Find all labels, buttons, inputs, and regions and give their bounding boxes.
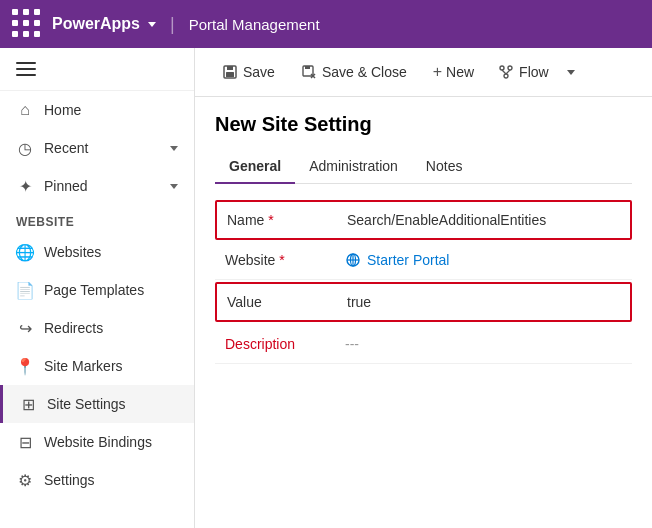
- sidebar-item-page-templates[interactable]: 📄 Page Templates: [0, 271, 194, 309]
- brand-name[interactable]: PowerApps: [52, 15, 156, 33]
- name-required-indicator: *: [268, 212, 273, 228]
- hamburger-icon[interactable]: [16, 62, 36, 76]
- sidebar-item-label: Site Markers: [44, 358, 178, 374]
- svg-rect-2: [226, 72, 234, 77]
- plus-icon: +: [433, 63, 442, 81]
- flow-group: Flow: [489, 57, 582, 87]
- form: Name* Search/EnableAdditionalEntities We…: [215, 200, 632, 364]
- sidebar-item-pinned[interactable]: ✦ Pinned: [0, 167, 194, 205]
- chevron-down-icon: [170, 184, 178, 189]
- flow-button[interactable]: Flow: [490, 58, 557, 86]
- sidebar-item-label: Redirects: [44, 320, 178, 336]
- save-label: Save: [243, 64, 275, 80]
- sidebar-item-label: Websites: [44, 244, 178, 260]
- svg-point-9: [504, 74, 508, 78]
- sidebar-item-label: Page Templates: [44, 282, 178, 298]
- svg-point-7: [500, 66, 504, 70]
- website-link-text: Starter Portal: [367, 252, 449, 268]
- value-label: Value: [217, 286, 337, 318]
- portal-label: Portal Management: [189, 16, 320, 33]
- website-required-indicator: *: [279, 252, 284, 268]
- save-close-button[interactable]: Save & Close: [290, 57, 418, 87]
- sidebar-section-website: Website: [0, 205, 194, 233]
- sidebar-item-website-bindings[interactable]: ⊟ Website Bindings: [0, 423, 194, 461]
- form-row-name: Name* Search/EnableAdditionalEntities: [215, 200, 632, 240]
- chevron-down-icon: [567, 70, 575, 75]
- sidebar: ⌂ Home ◷ Recent ✦ Pinned Website 🌐 Websi…: [0, 48, 195, 528]
- new-label: New: [446, 64, 474, 80]
- sidebar-item-label: Pinned: [44, 178, 160, 194]
- sidebar-item-label: Home: [44, 102, 178, 118]
- flow-chevron-button[interactable]: [557, 59, 581, 86]
- globe-icon: 🌐: [16, 243, 34, 261]
- save-icon: [222, 64, 238, 80]
- toolbar: Save Save & Close + New: [195, 48, 652, 97]
- sidebar-header[interactable]: [0, 48, 194, 91]
- description-label: Description: [215, 328, 335, 360]
- new-button[interactable]: + New: [422, 56, 485, 88]
- page-content: New Site Setting General Administration …: [195, 97, 652, 528]
- home-icon: ⌂: [16, 101, 34, 119]
- redirect-icon: ↪: [16, 319, 34, 337]
- sidebar-item-websites[interactable]: 🌐 Websites: [0, 233, 194, 271]
- sidebar-item-settings[interactable]: ⚙ Settings: [0, 461, 194, 499]
- flow-icon: [498, 64, 514, 80]
- name-value: Search/EnableAdditionalEntities: [337, 204, 630, 236]
- save-close-icon: [301, 64, 317, 80]
- svg-rect-1: [227, 66, 233, 70]
- top-nav: PowerApps | Portal Management: [0, 0, 652, 48]
- nav-divider: |: [170, 14, 175, 35]
- settings-grid-icon: ⊞: [19, 395, 37, 413]
- tab-general[interactable]: General: [215, 150, 295, 184]
- main-layout: ⌂ Home ◷ Recent ✦ Pinned Website 🌐 Websi…: [0, 48, 652, 528]
- value-input[interactable]: [347, 294, 427, 310]
- save-button[interactable]: Save: [211, 57, 286, 87]
- chevron-down-icon: [170, 146, 178, 151]
- sidebar-item-label: Site Settings: [47, 396, 178, 412]
- svg-line-11: [506, 70, 510, 74]
- pin-icon: ✦: [16, 177, 34, 195]
- website-value[interactable]: Starter Portal: [335, 244, 632, 276]
- gear-icon: ⚙: [16, 471, 34, 489]
- page-title: New Site Setting: [215, 113, 632, 136]
- form-row-value: Value: [215, 282, 632, 322]
- sidebar-item-label: Settings: [44, 472, 178, 488]
- sidebar-item-redirects[interactable]: ↪ Redirects: [0, 309, 194, 347]
- tab-notes[interactable]: Notes: [412, 150, 477, 184]
- page-icon: 📄: [16, 281, 34, 299]
- value-cell: [337, 286, 630, 318]
- sidebar-item-site-markers[interactable]: 📍 Site Markers: [0, 347, 194, 385]
- name-label: Name*: [217, 204, 337, 236]
- sidebar-item-recent[interactable]: ◷ Recent: [0, 129, 194, 167]
- sidebar-item-home[interactable]: ⌂ Home: [0, 91, 194, 129]
- description-value: ---: [335, 328, 632, 360]
- brand-chevron-icon[interactable]: [148, 22, 156, 27]
- sidebar-item-label: Recent: [44, 140, 160, 156]
- svg-point-8: [508, 66, 512, 70]
- marker-icon: 📍: [16, 357, 34, 375]
- globe-icon: [345, 252, 361, 268]
- form-row-website: Website* Starter Portal: [215, 240, 632, 280]
- sidebar-item-label: Website Bindings: [44, 434, 178, 450]
- flow-label: Flow: [519, 64, 549, 80]
- tab-administration[interactable]: Administration: [295, 150, 412, 184]
- svg-line-10: [502, 70, 506, 74]
- content-area: Save Save & Close + New: [195, 48, 652, 528]
- sidebar-item-site-settings[interactable]: ⊞ Site Settings: [0, 385, 194, 423]
- svg-rect-4: [305, 66, 310, 69]
- clock-icon: ◷: [16, 139, 34, 157]
- save-close-label: Save & Close: [322, 64, 407, 80]
- website-label: Website*: [215, 244, 335, 276]
- app-grid-icon[interactable]: [12, 9, 42, 39]
- tabs: General Administration Notes: [215, 150, 632, 184]
- binding-icon: ⊟: [16, 433, 34, 451]
- form-row-description: Description ---: [215, 324, 632, 364]
